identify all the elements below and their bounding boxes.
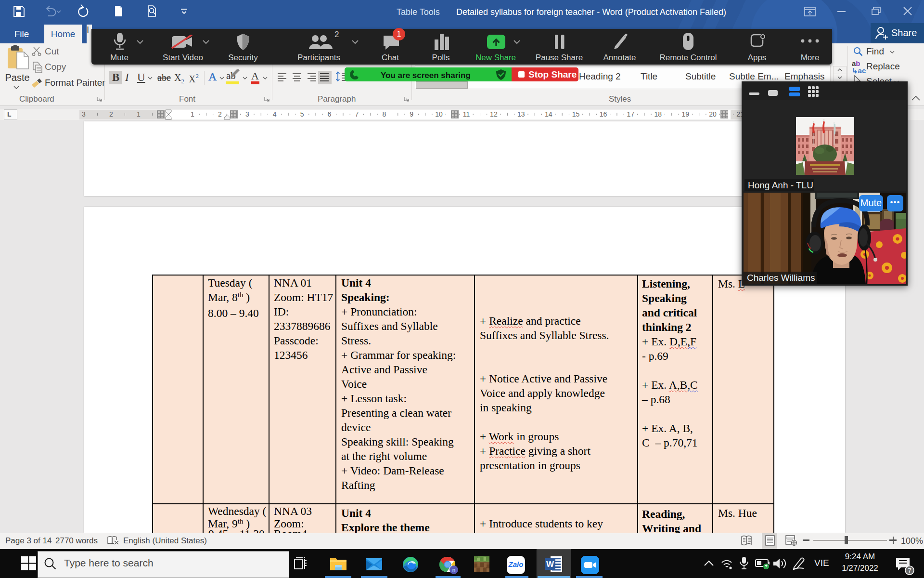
svg-text:n: n [452, 567, 456, 574]
svg-text:10: 10 [435, 110, 443, 118]
svg-text:4: 4 [273, 110, 277, 118]
svg-text:7: 7 [908, 567, 911, 574]
svg-text:11: 11 [463, 110, 470, 118]
svg-text:14: 14 [545, 110, 552, 118]
svg-text:3: 3 [82, 110, 86, 118]
svg-text:5: 5 [300, 110, 304, 118]
svg-text:9: 9 [410, 110, 413, 118]
svg-text:7: 7 [355, 110, 359, 118]
svg-text:19: 19 [681, 110, 689, 118]
svg-text:6: 6 [328, 110, 332, 118]
svg-text:3: 3 [245, 110, 249, 118]
svg-text:2: 2 [218, 110, 222, 118]
svg-text:13: 13 [517, 110, 525, 118]
svg-text:18: 18 [654, 110, 662, 118]
svg-text:W: W [546, 560, 554, 569]
svg-text:1: 1 [191, 110, 194, 118]
svg-text:20: 20 [709, 110, 717, 118]
svg-text:16: 16 [600, 110, 607, 118]
svg-text:17: 17 [627, 110, 635, 118]
svg-text:2: 2 [109, 110, 113, 118]
svg-text:1: 1 [137, 110, 141, 118]
svg-text:8: 8 [382, 110, 386, 118]
svg-text:12: 12 [490, 110, 498, 118]
svg-text:15: 15 [572, 110, 580, 118]
